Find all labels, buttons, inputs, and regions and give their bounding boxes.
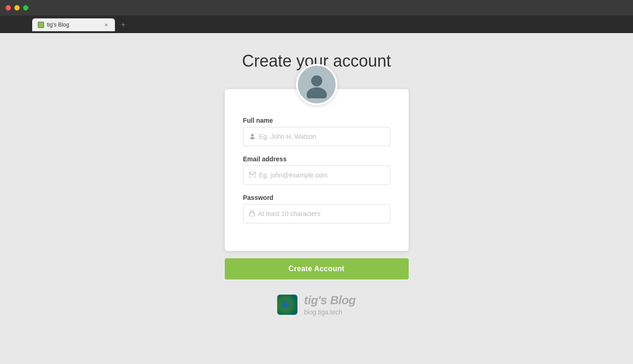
tab-close-button[interactable]: ✕	[103, 22, 109, 28]
blog-text-group: tig's Blog blog.tiga.tech	[304, 293, 355, 316]
svg-point-2	[307, 87, 327, 98]
email-group: Email address	[243, 155, 390, 185]
new-tab-button[interactable]: +	[117, 18, 130, 31]
person-icon	[249, 133, 256, 141]
password-input[interactable]	[258, 210, 384, 217]
form-container: Full name Email address	[225, 89, 409, 279]
tab-title: tig's Blog	[47, 22, 100, 28]
person-icon	[303, 71, 331, 98]
browser-chrome: tig's Blog ✕ + ← → ↻ ⌂ 🛡 🔒 https://blog.…	[0, 0, 633, 33]
email-input[interactable]	[259, 171, 384, 179]
create-account-button[interactable]: Create Account	[225, 258, 409, 279]
form-card: Full name Email address	[225, 89, 409, 251]
avatar-wrapper	[296, 64, 337, 105]
active-tab[interactable]: tig's Blog ✕	[32, 18, 115, 31]
email-icon	[249, 171, 256, 179]
blog-logo-image	[277, 295, 297, 315]
fullname-group: Full name	[243, 117, 390, 146]
blog-logo	[277, 295, 297, 315]
password-group: Password	[243, 194, 390, 223]
blog-url: blog.tiga.tech	[304, 308, 355, 316]
fullname-label: Full name	[243, 117, 390, 124]
password-label: Password	[243, 194, 390, 201]
tab-favicon	[38, 22, 44, 28]
fullname-input[interactable]	[259, 133, 384, 140]
title-bar	[0, 0, 633, 16]
minimize-window-button[interactable]	[14, 5, 20, 11]
blog-branding: tig's Blog blog.tiga.tech	[277, 293, 355, 316]
traffic-lights	[6, 5, 29, 11]
svg-rect-0	[39, 23, 43, 27]
lock-input-icon	[249, 210, 255, 218]
close-window-button[interactable]	[6, 5, 11, 11]
fullname-input-wrapper	[243, 127, 390, 146]
svg-point-1	[311, 75, 322, 86]
svg-point-4	[250, 137, 255, 139]
maximize-window-button[interactable]	[23, 5, 29, 11]
svg-rect-5	[249, 172, 256, 177]
svg-point-3	[251, 134, 254, 136]
email-label: Email address	[243, 155, 390, 163]
avatar[interactable]	[296, 64, 337, 105]
svg-rect-6	[250, 213, 254, 216]
email-input-wrapper	[243, 165, 390, 185]
tab-bar: tig's Blog ✕ +	[0, 16, 633, 31]
password-input-wrapper	[243, 204, 390, 223]
blog-name: tig's Blog	[304, 293, 355, 307]
page-content: Create your account Full name	[0, 33, 633, 364]
